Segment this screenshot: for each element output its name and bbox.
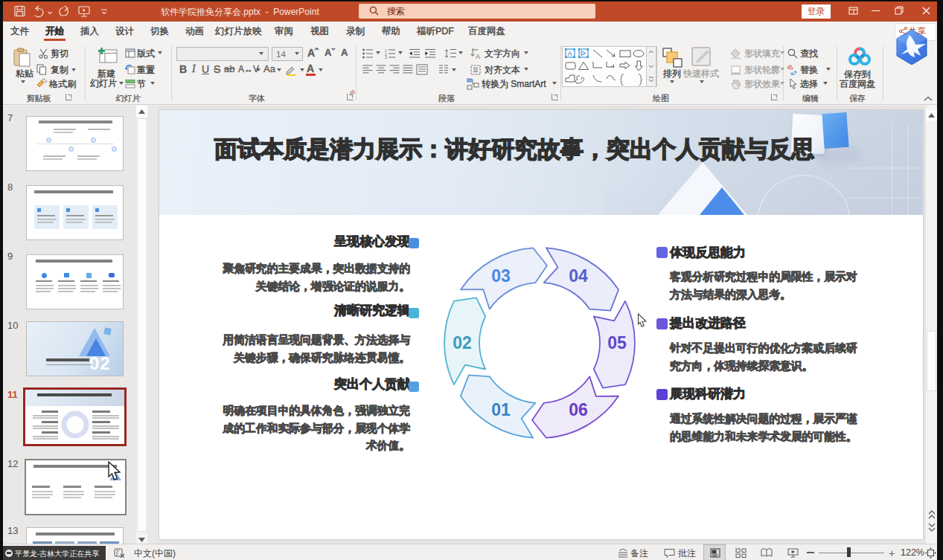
svg-text:3: 3 — [385, 55, 387, 59]
svg-text:03: 03 — [491, 266, 511, 286]
svg-text:A: A — [476, 53, 480, 59]
svg-text:A: A — [568, 50, 572, 57]
svg-text:c: c — [790, 70, 793, 76]
svg-text:01: 01 — [491, 400, 511, 419]
svg-text:02: 02 — [453, 333, 472, 353]
svg-text:06: 06 — [569, 400, 588, 419]
svg-text:05: 05 — [607, 333, 627, 353]
svg-text:04: 04 — [569, 266, 588, 286]
